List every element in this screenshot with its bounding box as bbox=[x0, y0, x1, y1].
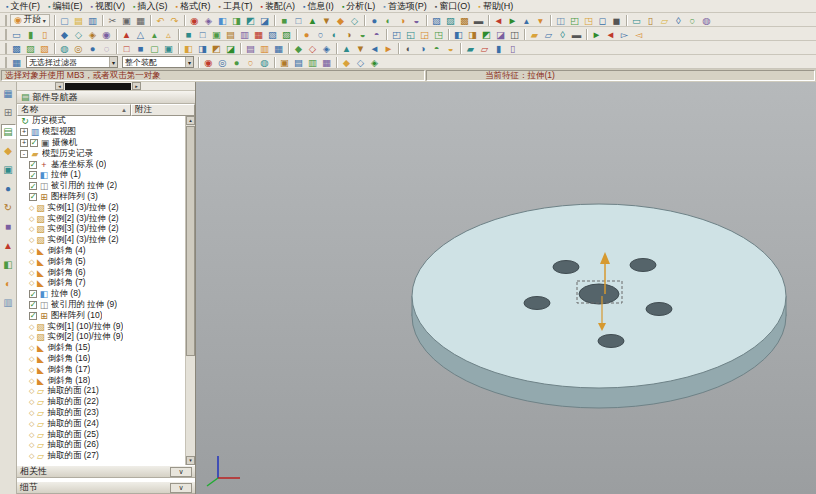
tree-item[interactable]: ✓◫被引用的 拉伸 (9) bbox=[17, 300, 185, 311]
tree-item[interactable]: ◇◣倒斜角 (4) bbox=[17, 246, 185, 257]
tree-item[interactable]: ✓⊞图样阵列 (10) bbox=[17, 310, 185, 321]
toolbar-icon[interactable]: ◨ bbox=[466, 28, 479, 41]
hole[interactable] bbox=[524, 297, 550, 310]
roles-icon[interactable]: ◐ bbox=[1, 276, 16, 291]
menu-help[interactable]: ▪帮助(H) bbox=[474, 0, 517, 13]
toolbar-icon[interactable]: ▧ bbox=[38, 42, 51, 55]
toolbar-icon[interactable]: ◼ bbox=[610, 14, 623, 27]
toolbar-icon[interactable]: ▦ bbox=[320, 56, 333, 69]
toolbar-icon[interactable]: ◒ bbox=[444, 42, 457, 55]
toolbar-icon[interactable]: ◈ bbox=[86, 28, 99, 41]
visibility-checkbox[interactable]: ✓ bbox=[29, 301, 37, 309]
system-materials-icon[interactable]: ■ bbox=[1, 219, 16, 234]
toolbar-icon[interactable]: ◊ bbox=[672, 14, 685, 27]
toolbar-icon[interactable]: □ bbox=[292, 14, 305, 27]
toolbar-icon[interactable]: ◻ bbox=[596, 14, 609, 27]
visibility-checkbox[interactable]: ✓ bbox=[29, 171, 37, 179]
toolbar-icon[interactable]: ◫ bbox=[508, 28, 521, 41]
menu-analysis[interactable]: ▪分析(L) bbox=[338, 0, 379, 13]
tree-item[interactable]: ◇▱抽取的面 (24) bbox=[17, 418, 185, 429]
toolbar-icon[interactable]: ◒ bbox=[356, 28, 369, 41]
toolbar-icon[interactable]: ◄ bbox=[604, 28, 617, 41]
toolbar-icon[interactable]: ▮ bbox=[24, 28, 37, 41]
tree-item[interactable]: ◇▱抽取的面 (22) bbox=[17, 397, 185, 408]
toolbar-icon[interactable]: ◍ bbox=[258, 56, 271, 69]
tree-item[interactable]: ◇◣倒斜角 (5) bbox=[17, 256, 185, 267]
toolbar-icon[interactable]: ▨ bbox=[444, 14, 457, 27]
toolbar-icon[interactable]: ◰ bbox=[390, 28, 403, 41]
toolbar-icon[interactable]: ▥ bbox=[238, 28, 251, 41]
scroll-up-button[interactable]: ▴ bbox=[186, 116, 195, 125]
scroll-down-button[interactable]: ▾ bbox=[186, 456, 195, 465]
toolbar-icon[interactable]: ◈ bbox=[202, 14, 215, 27]
constraint-navigator-icon[interactable]: ⊞ bbox=[1, 105, 16, 120]
visibility-checkbox[interactable]: ✓ bbox=[30, 139, 38, 147]
toolbar-icon[interactable]: ◆ bbox=[58, 28, 71, 41]
toolbar-icon[interactable]: ◑ bbox=[416, 42, 429, 55]
menu-information[interactable]: ▪信息(I) bbox=[299, 0, 338, 13]
scroll-thumb[interactable] bbox=[65, 83, 131, 90]
toolbar-icon[interactable]: ◩ bbox=[480, 28, 493, 41]
toolbar-icon[interactable]: ▦ bbox=[252, 28, 265, 41]
toolbar-icon[interactable]: ▬ bbox=[570, 28, 583, 41]
toolbar-icon[interactable]: ▨ bbox=[280, 28, 293, 41]
toolbar-icon[interactable]: ◧ bbox=[182, 42, 195, 55]
tree-item[interactable]: ◇▱抽取的面 (25) bbox=[17, 429, 185, 440]
tree-item[interactable]: ✓◧拉伸 (8) bbox=[17, 289, 185, 300]
tree-item[interactable]: ✓◧拉伸 (1) bbox=[17, 170, 185, 181]
toolbar-icon[interactable]: ◩ bbox=[244, 14, 257, 27]
toolbar-icon[interactable]: ▼ bbox=[320, 14, 333, 27]
toolbar-icon[interactable]: ◨ bbox=[196, 42, 209, 55]
open-button[interactable]: ▤ bbox=[72, 14, 85, 27]
toolbar-icon[interactable]: ▣ bbox=[210, 28, 223, 41]
toolbar-icon[interactable]: ▬ bbox=[472, 14, 485, 27]
save-button[interactable]: ▥ bbox=[86, 14, 99, 27]
toolbar-icon[interactable]: ◇ bbox=[354, 56, 367, 69]
toolbar-icon[interactable]: ◇ bbox=[348, 14, 361, 27]
toolbar-icon[interactable]: ◧ bbox=[452, 28, 465, 41]
toolbar-icon[interactable]: ▴ bbox=[148, 28, 161, 41]
scroll-thumb[interactable] bbox=[186, 126, 195, 356]
toolbar-icon[interactable]: ○ bbox=[686, 14, 699, 27]
toolbar-icon[interactable]: ◩ bbox=[210, 42, 223, 55]
toolbar-icon[interactable]: ◈ bbox=[320, 42, 333, 55]
tree-item[interactable]: ◇▧实例[1] (10)/拉伸 (9) bbox=[17, 321, 185, 332]
toolbar-icon[interactable]: ◳ bbox=[582, 14, 595, 27]
graphics-viewport[interactable] bbox=[196, 82, 816, 494]
toolbar-icon[interactable]: ▰ bbox=[464, 42, 477, 55]
start-button[interactable]: ◉开始▾ bbox=[10, 14, 50, 27]
system-scenes-icon[interactable]: ▥ bbox=[1, 295, 16, 310]
wizard-icon[interactable]: ◧ bbox=[1, 257, 16, 272]
visibility-checkbox[interactable]: ✓ bbox=[29, 290, 37, 298]
expand-icon[interactable]: + bbox=[20, 128, 28, 136]
column-header-name[interactable]: 名称 ▲ bbox=[17, 104, 131, 116]
toolbar-icon[interactable]: ◰ bbox=[568, 14, 581, 27]
tree-item[interactable]: +✓▣摄像机 bbox=[17, 138, 185, 149]
toolbar-icon[interactable]: ◄ bbox=[368, 42, 381, 55]
toolbar-icon[interactable]: ◎ bbox=[72, 42, 85, 55]
toolbar-icon[interactable]: ◲ bbox=[418, 28, 431, 41]
toolbar-grip[interactable] bbox=[5, 15, 7, 26]
toolbar-icon[interactable]: ◧ bbox=[216, 14, 229, 27]
toolbar-grip[interactable] bbox=[5, 43, 7, 54]
toolbar-icon[interactable]: ○ bbox=[244, 56, 257, 69]
dependencies-panel-bar[interactable]: 相关性 ∨ bbox=[17, 465, 195, 478]
toolbar-icon[interactable]: ▰ bbox=[528, 28, 541, 41]
menu-window[interactable]: ▪窗口(O) bbox=[431, 0, 474, 13]
toolbar-icon[interactable]: ▴ bbox=[520, 14, 533, 27]
toolbar-icon[interactable]: ▧ bbox=[430, 14, 443, 27]
menu-edit[interactable]: ▪编辑(E) bbox=[44, 0, 86, 13]
toolbar-icon[interactable]: ◑ bbox=[342, 28, 355, 41]
toolbar-icon[interactable]: ◌ bbox=[100, 42, 113, 55]
selection-filter-combo[interactable]: 无选择过滤器▾ bbox=[26, 56, 118, 68]
toolbar-icon[interactable]: ◆ bbox=[334, 14, 347, 27]
visibility-checkbox[interactable]: ✓ bbox=[29, 312, 37, 320]
visibility-checkbox[interactable]: ✓ bbox=[29, 161, 37, 169]
tree-item[interactable]: ◇▱抽取的面 (27) bbox=[17, 451, 185, 462]
column-header-note[interactable]: 附注 bbox=[131, 104, 195, 116]
toolbar-icon[interactable]: ▾ bbox=[534, 14, 547, 27]
hole[interactable] bbox=[553, 261, 579, 274]
menu-insert[interactable]: ▪插入(S) bbox=[129, 0, 171, 13]
toolbar-icon[interactable]: ▩ bbox=[458, 14, 471, 27]
toolbar-icon[interactable]: ◉ bbox=[202, 56, 215, 69]
